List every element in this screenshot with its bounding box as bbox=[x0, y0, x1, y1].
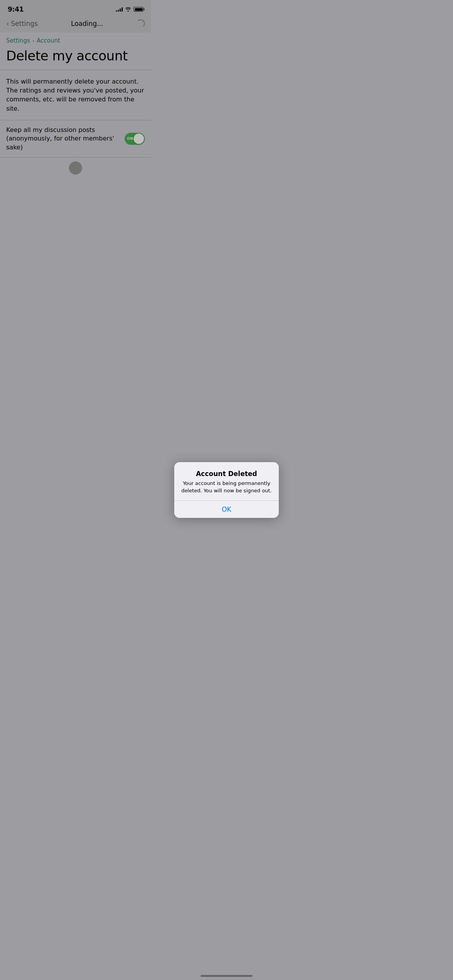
dialog-overlay: Account Deleted Your account is being pe… bbox=[0, 0, 151, 327]
